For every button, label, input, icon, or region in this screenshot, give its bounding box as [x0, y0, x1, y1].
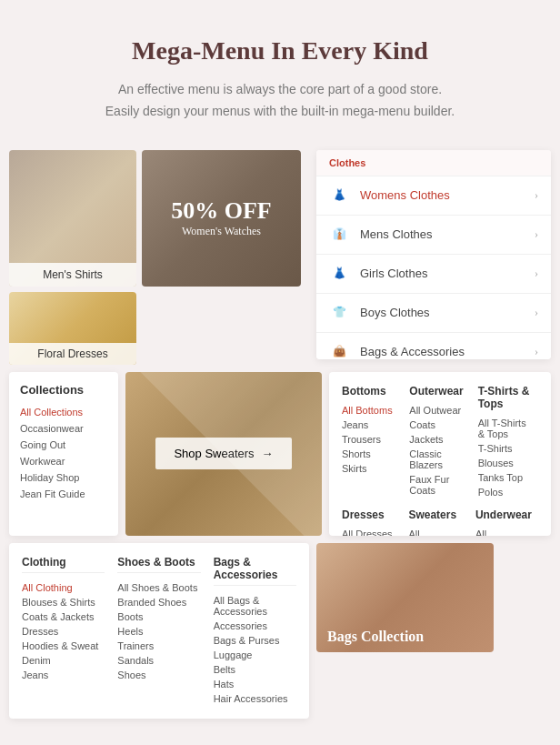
clothing-nav-col: Clothing All Clothing Blouses & Shirts C…: [22, 556, 105, 706]
list-item[interactable]: Accessories: [214, 619, 296, 633]
list-item[interactable]: Tanks Top: [478, 470, 531, 485]
list-item[interactable]: Polos: [478, 485, 531, 499]
clothing-col-title: Clothing: [22, 556, 105, 573]
list-item[interactable]: All Underwear: [475, 527, 531, 536]
list-item[interactable]: All Dresses: [342, 527, 394, 536]
collection-item[interactable]: Workwear: [20, 453, 107, 469]
menu-bags[interactable]: Bags & Accessories ›: [316, 333, 551, 359]
dresses-list: All Dresses A-Line Dresses Shift Dresses…: [342, 527, 394, 536]
collection-item[interactable]: Holiday Shop: [20, 469, 107, 486]
list-item[interactable]: Denim: [22, 653, 105, 668]
mega-col-tshirts: T-Shirts & Tops All T-Shirts & Tops T-Sh…: [478, 385, 538, 499]
bottom-nav-cols: Clothing All Clothing Blouses & Shirts C…: [22, 556, 296, 706]
girls-icon: [329, 264, 349, 284]
mega-dropdown-row2: Dresses All Dresses A-Line Dresses Shift…: [342, 508, 538, 536]
list-item[interactable]: Jeans: [342, 418, 395, 432]
collection-item[interactable]: Occasionwear: [20, 420, 107, 437]
tshirts-title: T-Shirts & Tops: [478, 385, 531, 410]
page-title: Mega-Menu In Every Kind: [18, 36, 542, 65]
menu-section-clothes: Clothes: [316, 150, 551, 176]
menu-mens-clothes[interactable]: Mens Clothes ›: [316, 216, 551, 255]
list-item[interactable]: Blouses: [478, 456, 531, 470]
list-item[interactable]: Dresses: [22, 624, 105, 639]
menu-boys-label: Boys Clothes: [360, 306, 535, 319]
list-item[interactable]: All Outwear: [409, 403, 463, 418]
list-item[interactable]: Coats & Jackets: [22, 609, 105, 624]
dresses-title: Dresses: [342, 508, 394, 521]
header-subtitle: An effective menu is always the core par…: [18, 79, 542, 123]
shoes-boots-nav-col: Shoes & Boots All Shoes & Boots Branded …: [117, 556, 200, 706]
collections-list: All Collections Occasionwear Going Out W…: [20, 404, 107, 502]
image-grid-bottom: Floral Dresses: [9, 292, 309, 365]
collection-item[interactable]: All Collections: [20, 404, 107, 420]
list-item[interactable]: Jackets: [409, 432, 463, 447]
collection-item[interactable]: Jean Fit Guide: [20, 486, 107, 502]
menu-mens-label: Mens Clothes: [360, 227, 535, 241]
list-item[interactable]: Sandals: [117, 653, 200, 668]
list-item[interactable]: Heels: [117, 624, 200, 639]
mega-dropdown-row1: Bottoms All Bottoms Jeans Trousers Short…: [342, 385, 538, 499]
list-item[interactable]: Skirts: [342, 461, 395, 476]
sweaters-list: All Sweaters Pullovers Cardigans Crop To…: [408, 527, 460, 536]
header-section: Mega-Menu In Every Kind An effective men…: [0, 0, 560, 150]
list-item[interactable]: All Bags & Accessories: [214, 593, 296, 619]
promo-text: 50% OFF Women's Watches: [171, 197, 272, 238]
sweater-banner[interactable]: Shop Sweaters →: [125, 372, 322, 536]
menu-womens-clothes[interactable]: Womens Clothes ›: [316, 176, 551, 216]
tshirts-list: All T-Shirts & Tops T-Shirts Blouses Tan…: [478, 416, 531, 499]
list-item[interactable]: Boots: [117, 609, 200, 624]
list-item[interactable]: Classic Blazers: [409, 447, 463, 472]
list-item[interactable]: All T-Shirts & Tops: [478, 416, 531, 441]
shoes-boots-list: All Shoes & Boots Branded Shoes Boots He…: [117, 580, 200, 682]
list-item[interactable]: Hoodies & Sweat: [22, 639, 105, 653]
list-item[interactable]: Luggage: [214, 648, 296, 662]
list-item[interactable]: Shoes: [117, 668, 200, 682]
chevron-right-icon: ›: [535, 188, 538, 202]
collections-title: Collections: [20, 383, 107, 397]
list-item[interactable]: Belts: [214, 662, 296, 677]
collection-item[interactable]: Going Out: [20, 437, 107, 453]
list-item[interactable]: Shorts: [342, 447, 395, 461]
mens-icon: [329, 225, 349, 245]
promo-card[interactable]: 50% OFF Women's Watches: [142, 150, 301, 287]
list-item[interactable]: Faux Fur Coats: [409, 472, 463, 498]
list-item[interactable]: Trousers: [342, 432, 395, 447]
bottoms-list: All Bottoms Jeans Trousers Shorts Skirts: [342, 403, 395, 476]
second-row: Collections All Collections Occasionwear…: [9, 372, 551, 536]
list-item[interactable]: Hair Accessories: [214, 691, 296, 706]
mens-shirts-card[interactable]: Men's Shirts: [9, 150, 136, 287]
chevron-right-icon: ›: [535, 345, 538, 358]
underwear-title: Underwear: [475, 508, 531, 521]
list-item[interactable]: T-Shirts: [478, 441, 531, 456]
mega-col-bottoms: Bottoms All Bottoms Jeans Trousers Short…: [342, 385, 402, 499]
list-item[interactable]: All Bottoms: [342, 403, 395, 418]
bottom-nav-panel: Clothing All Clothing Blouses & Shirts C…: [9, 543, 309, 719]
shoes-boots-col-title: Shoes & Boots: [117, 556, 200, 573]
right-menu-panel: Clothes Womens Clothes › Mens Clothes › …: [316, 150, 551, 359]
list-item[interactable]: Blouses & Shirts: [22, 595, 105, 609]
floral-dresses-card[interactable]: Floral Dresses: [9, 292, 136, 365]
list-item[interactable]: Branded Shoes: [117, 595, 200, 609]
list-item[interactable]: All Shoes & Boots: [117, 580, 200, 595]
chevron-right-icon: ›: [535, 267, 538, 280]
list-item[interactable]: Bags & Purses: [214, 633, 296, 648]
image-grid-panel: Men's Shirts 50% OFF Women's Watches Flo…: [9, 150, 309, 365]
bag-collection-label: Bags Collection: [327, 629, 424, 645]
collections-panel: Collections All Collections Occasionwear…: [9, 372, 118, 536]
bottoms-title: Bottoms: [342, 385, 395, 398]
menu-girls-label: Girls Clothes: [360, 267, 535, 280]
mega-col-underwear: Underwear All Underwear Bras Panties Sha…: [475, 508, 538, 536]
list-item[interactable]: All Clothing: [22, 580, 105, 595]
list-item[interactable]: All Sweaters: [408, 527, 460, 536]
top-row: Men's Shirts 50% OFF Women's Watches Flo…: [9, 150, 551, 365]
bag-collection-banner[interactable]: Bags Collection: [316, 543, 494, 652]
list-item[interactable]: Hats: [214, 677, 296, 691]
boys-icon: [329, 303, 349, 323]
menu-girls-clothes[interactable]: Girls Clothes ›: [316, 255, 551, 294]
chevron-right-icon: ›: [535, 227, 538, 241]
bags-accessories-col-title: Bags & Accessories: [214, 556, 296, 586]
menu-boys-clothes[interactable]: Boys Clothes ›: [316, 294, 551, 333]
list-item[interactable]: Trainers: [117, 639, 200, 653]
list-item[interactable]: Coats: [409, 418, 463, 432]
list-item[interactable]: Jeans: [22, 668, 105, 682]
